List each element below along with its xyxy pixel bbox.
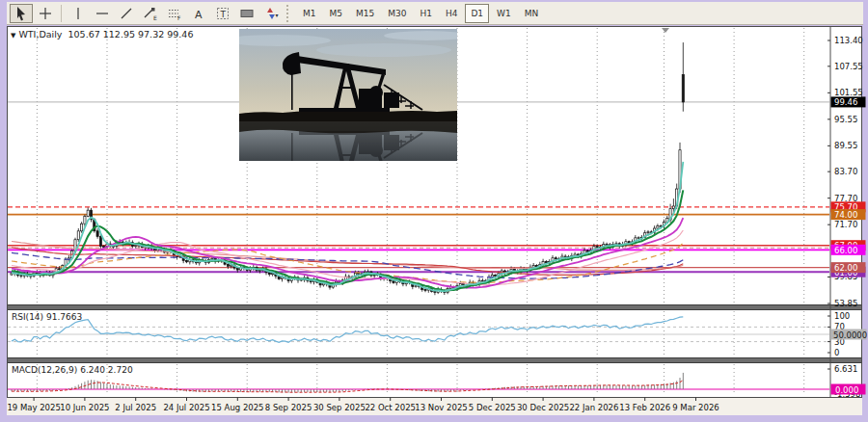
svg-text:2 Jul 2025: 2 Jul 2025 <box>115 403 156 412</box>
text-label-tool[interactable]: T <box>211 4 234 23</box>
timeframe-m30[interactable]: M30 <box>382 4 412 23</box>
svg-text:F: F <box>177 14 181 21</box>
fibonacci-icon: F <box>167 6 182 21</box>
svg-text:53.85: 53.85 <box>834 299 857 308</box>
toolbar-separator <box>61 5 62 22</box>
svg-text:62.00: 62.00 <box>834 263 857 273</box>
panel-splitter[interactable] <box>8 358 862 363</box>
vertical-line-tool[interactable] <box>67 4 90 23</box>
terminal-window: 113.40107.55101.5595.5589.5583.7077.7071… <box>0 0 868 422</box>
svg-text:▾: ▾ <box>275 12 278 18</box>
symbol-label: WTI,Daily <box>18 29 62 40</box>
svg-text:19 May 2025: 19 May 2025 <box>7 403 60 412</box>
equidistant-channel-tool[interactable]: E <box>139 4 162 23</box>
svg-text:8 Sep 2025: 8 Sep 2025 <box>265 403 312 412</box>
svg-text:66.00: 66.00 <box>834 246 857 255</box>
panel-splitter[interactable] <box>8 305 862 310</box>
horizontal-line-tool[interactable] <box>91 4 114 23</box>
svg-text:83.70: 83.70 <box>834 167 857 176</box>
equidistant-channel-icon: E <box>143 6 158 21</box>
timeframe-m5[interactable]: M5 <box>324 4 349 23</box>
svg-text:9 Mar 2026: 9 Mar 2026 <box>672 403 719 412</box>
vertical-line-icon <box>70 6 86 21</box>
svg-text:113.40: 113.40 <box>834 36 863 45</box>
svg-text:0: 0 <box>834 348 839 357</box>
oil-pumpjack-image <box>239 29 457 161</box>
text-icon: A <box>191 6 206 21</box>
timeframe-m1[interactable]: M1 <box>297 4 322 23</box>
svg-text:107.55: 107.55 <box>834 62 863 71</box>
timeframe-h4[interactable]: H4 <box>440 4 464 23</box>
fibonacci-tool[interactable]: F <box>163 4 186 23</box>
svg-text:13 Nov 2025: 13 Nov 2025 <box>415 403 467 412</box>
svg-text:10 Jun 2025: 10 Jun 2025 <box>60 403 109 412</box>
svg-text:22 Jan 2026: 22 Jan 2026 <box>569 403 618 412</box>
svg-text:50.0000: 50.0000 <box>833 330 867 340</box>
svg-text:13 Feb 2026: 13 Feb 2026 <box>619 403 670 412</box>
svg-text:89.55: 89.55 <box>834 141 857 150</box>
toolbar: EFAT▾M1M5M15M30H1H4D1W1MN <box>7 2 863 25</box>
arrows-icon: ▾ <box>263 6 279 21</box>
svg-text:5 Dec 2025: 5 Dec 2025 <box>469 403 516 412</box>
timeframe-h1[interactable]: H1 <box>414 4 438 23</box>
timeframe-d1[interactable]: D1 <box>465 4 489 23</box>
svg-text:24 Jul 2025: 24 Jul 2025 <box>163 403 209 412</box>
svg-text:101.55: 101.55 <box>834 88 863 97</box>
rsi-value: 91.7663 <box>46 312 82 322</box>
rsi-indicator-label: RSI(14) 91.7663 <box>12 312 82 322</box>
chart-title: ▼WTI,Daily 105.67 112.95 97.32 99.46 <box>11 29 193 40</box>
svg-text:95.55: 95.55 <box>834 115 857 124</box>
ohlc-values: 105.67 112.95 97.32 99.46 <box>68 29 194 40</box>
symbol-dropdown-icon[interactable]: ▼ <box>11 32 15 40</box>
timeframe-w1[interactable]: W1 <box>491 4 517 23</box>
svg-text:30 Sep 2025: 30 Sep 2025 <box>313 403 366 412</box>
svg-text:30 Dec 2025: 30 Dec 2025 <box>517 403 569 412</box>
svg-text:100: 100 <box>834 311 850 321</box>
macd-name: MACD(12,26,9) <box>12 365 77 375</box>
svg-text:0.000: 0.000 <box>835 385 858 395</box>
rectangle-icon <box>239 6 255 21</box>
svg-text:15 Aug 2025: 15 Aug 2025 <box>211 403 263 412</box>
crosshair-icon <box>38 6 53 21</box>
svg-text:6.631: 6.631 <box>834 364 857 374</box>
cursor-icon <box>14 6 29 21</box>
macd-value: 6.240 2.720 <box>80 365 132 375</box>
svg-text:71.70: 71.70 <box>834 220 857 229</box>
svg-text:A: A <box>195 8 203 20</box>
text-tool[interactable]: A <box>187 4 210 23</box>
arrows-tool[interactable]: ▾ <box>259 4 283 23</box>
toolbar-separator-dotted <box>286 5 292 22</box>
rectangle-tool[interactable] <box>235 4 258 23</box>
svg-text:E: E <box>153 14 157 21</box>
text-label-icon: T <box>215 6 231 21</box>
macd-indicator-label: MACD(12,26,9) 6.240 2.720 <box>12 365 133 375</box>
svg-text:77.70: 77.70 <box>834 194 857 203</box>
crosshair-tool[interactable] <box>34 4 57 23</box>
svg-text:99.46: 99.46 <box>834 97 857 107</box>
svg-text:22 Oct 2025: 22 Oct 2025 <box>365 403 416 412</box>
horizontal-line-icon <box>95 6 110 21</box>
trendline-tool[interactable] <box>115 4 138 23</box>
svg-text:74.00: 74.00 <box>834 210 857 220</box>
rsi-name: RSI(14) <box>12 312 43 322</box>
cursor-tool[interactable] <box>10 4 33 23</box>
svg-text:T: T <box>219 9 226 18</box>
trendline-icon <box>119 6 134 21</box>
timeframe-m15[interactable]: M15 <box>350 4 380 23</box>
timeframe-mn[interactable]: MN <box>519 4 545 23</box>
